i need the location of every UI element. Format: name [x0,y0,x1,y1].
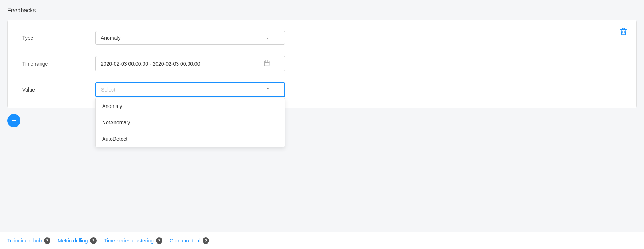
type-control: Anomaly ⌄ [95,31,285,45]
type-value: Anomaly [101,35,120,41]
value-placeholder: Select [101,87,115,93]
value-chevron-up-icon: ⌃ [266,87,270,92]
nav-link-metric-drilling[interactable]: Metric drilling [58,238,88,244]
time-range-input[interactable]: 2020-02-03 00:00:00 - 2020-02-03 00:00:0… [95,56,285,71]
calendar-icon [263,60,270,67]
value-dropdown: Anomaly NotAnomaly AutoDetect [95,98,285,147]
nav-link-time-series-clustering[interactable]: Time-series clustering [104,238,154,244]
help-icon-incident-hub[interactable]: ? [44,237,50,244]
time-range-label: Time range [22,61,95,67]
dropdown-item-autodetect[interactable]: AutoDetect [96,131,285,147]
nav-link-incident-hub[interactable]: To incident hub [7,238,42,244]
help-icon-compare-tool[interactable]: ? [203,237,209,244]
help-icon-time-series-clustering[interactable]: ? [156,237,162,244]
time-range-value: 2020-02-03 00:00:00 - 2020-02-03 00:00:0… [101,61,200,67]
type-chevron-down-icon: ⌄ [266,35,270,40]
svg-rect-0 [264,61,269,66]
add-feedback-button[interactable]: + [7,114,20,127]
feedback-card: Type Anomaly ⌄ Time range 2020-02-03 00:… [7,20,637,108]
page-title: Feedbacks [7,7,637,14]
dropdown-item-notanomaly[interactable]: NotAnomaly [96,114,285,131]
value-select[interactable]: Select ⌃ [95,82,285,97]
value-control: Select ⌃ Anomaly NotAnomaly AutoDetect [95,82,285,97]
type-label: Type [22,35,95,41]
footer-nav: To incident hub ? Metric drilling ? Time… [0,232,644,249]
value-label: Value [22,82,95,93]
dropdown-item-anomaly[interactable]: Anomaly [96,98,285,114]
delete-button[interactable] [620,27,628,37]
help-icon-metric-drilling[interactable]: ? [90,237,97,244]
time-range-row: Time range 2020-02-03 00:00:00 - 2020-02… [22,56,622,71]
value-row: Value Select ⌃ Anomaly NotAnomaly AutoDe… [22,82,622,97]
time-range-control: 2020-02-03 00:00:00 - 2020-02-03 00:00:0… [95,56,285,71]
type-row: Type Anomaly ⌄ [22,31,622,45]
type-select[interactable]: Anomaly ⌄ [95,31,285,45]
nav-link-compare-tool[interactable]: Compare tool [170,238,200,244]
